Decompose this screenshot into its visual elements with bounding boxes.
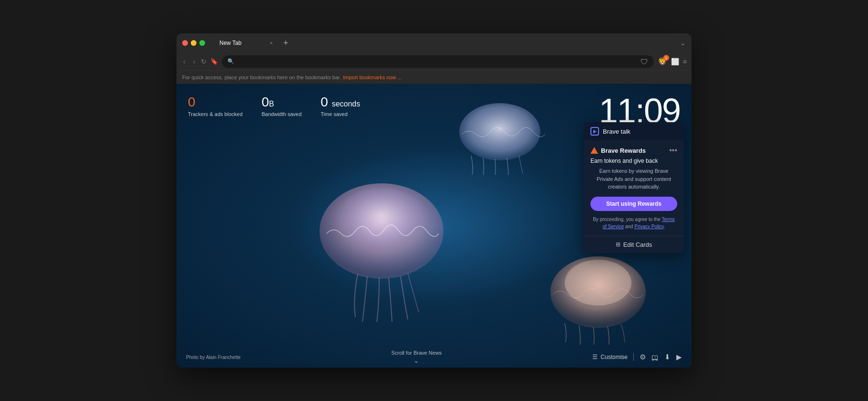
tabs-area: New Tab × +: [213, 36, 676, 50]
photo-credit: Photo by Alain Franchette: [186, 355, 241, 360]
trackers-stat: 0 Trackers & ads blocked: [188, 95, 243, 117]
tab-close-button[interactable]: ×: [270, 40, 273, 46]
brave-rewards-icon-wrap[interactable]: 🦁 1: [658, 57, 667, 66]
start-rewards-button[interactable]: Start using Rewards: [590, 197, 677, 211]
window-chevron-icon: ⌄: [680, 39, 686, 47]
profile-icon[interactable]: ⬜: [671, 58, 679, 65]
video-icon[interactable]: ▶: [676, 353, 682, 361]
tab-label: New Tab: [219, 40, 241, 46]
browser-window: New Tab × + ⌄ ‹ › ↻ 🔖 🔍 🛡 🦁 1 ⬜ ≡: [176, 33, 692, 368]
brave-talk-header: ▶ Brave talk: [584, 122, 684, 140]
brave-talk-icon: ▶: [590, 127, 599, 136]
url-bar[interactable]: 🔍 🛡: [222, 55, 653, 68]
back-button[interactable]: ‹: [181, 57, 187, 66]
rewards-triangle-icon: [590, 147, 598, 154]
time-stat: 0 seconds Time saved: [320, 95, 360, 117]
toolbar-icons: 🦁 1 ⬜ ≡: [658, 57, 687, 66]
bandwidth-label: Bandwidth saved: [262, 111, 302, 117]
notification-badge: 1: [663, 55, 669, 61]
rewards-title: Brave Rewards: [601, 147, 646, 154]
window-controls: ⌄: [680, 39, 686, 47]
stats-bar: 0 Trackers & ads blocked 0B Bandwidth sa…: [188, 95, 360, 117]
search-icon: 🔍: [227, 58, 234, 64]
reload-button[interactable]: ↻: [201, 58, 207, 65]
card-panel: ▶ Brave talk Brave Rewards ••• Earn toke…: [584, 122, 684, 253]
bottom-icons: ☰ Customise ⚙ 🕮 ⬇ ▶: [592, 353, 682, 361]
download-icon[interactable]: ⬇: [664, 353, 671, 361]
brave-talk-title: Brave talk: [603, 128, 630, 135]
bandwidth-value: 0B: [262, 95, 302, 109]
scroll-chevron-icon: ⌄: [413, 357, 419, 364]
trackers-label: Trackers & ads blocked: [188, 111, 243, 117]
footer-text: By proceeding, you agree to the: [593, 217, 661, 222]
time-value: 0 seconds: [320, 95, 360, 109]
bookmarks-bar: For quick access, place your bookmarks h…: [176, 71, 692, 84]
rewards-card: Brave Rewards ••• Earn tokens and give b…: [584, 140, 684, 236]
rewards-description: Earn tokens by viewing Brave Private Ads…: [590, 167, 677, 191]
history-icon[interactable]: 🕮: [651, 353, 659, 361]
rewards-title-wrap: Brave Rewards: [590, 147, 646, 154]
maximize-button[interactable]: [199, 40, 205, 46]
bookmark-button[interactable]: 🔖: [210, 58, 218, 65]
footer-and: and: [625, 224, 633, 229]
brave-shield-icon: 🛡: [641, 58, 648, 65]
edit-cards-label: Edit Cards: [623, 241, 652, 248]
svg-point-2: [459, 103, 540, 160]
new-tab-page: 0 Trackers & ads blocked 0B Bandwidth sa…: [176, 84, 692, 368]
new-tab-button[interactable]: +: [281, 38, 290, 48]
time-label: Time saved: [320, 111, 360, 117]
jellyfish-top-right-image: [452, 98, 548, 175]
customize-icon: ☰: [592, 354, 598, 360]
url-input[interactable]: [237, 58, 637, 65]
scroll-indicator: Scroll for Brave News ⌄: [392, 350, 442, 364]
customize-label: Customise: [600, 354, 628, 360]
svg-point-1: [334, 188, 429, 255]
rewards-more-button[interactable]: •••: [669, 146, 677, 155]
traffic-lights: [182, 40, 205, 46]
close-button[interactable]: [182, 40, 188, 46]
jellyfish-bottom-right-image: [546, 249, 651, 345]
forward-button[interactable]: ›: [191, 57, 197, 66]
menu-icon[interactable]: ≡: [683, 58, 687, 65]
bandwidth-stat: 0B Bandwidth saved: [262, 95, 302, 117]
minimize-button[interactable]: [191, 40, 196, 46]
active-tab[interactable]: New Tab ×: [213, 36, 279, 50]
settings-icon[interactable]: ⚙: [640, 353, 646, 361]
customize-button[interactable]: ☰ Customise: [592, 354, 628, 360]
edit-cards-icon: ⊞: [616, 241, 620, 248]
bottom-divider: [633, 353, 634, 361]
trackers-value: 0: [188, 95, 243, 109]
scroll-label: Scroll for Brave News: [392, 350, 442, 356]
privacy-link[interactable]: Privacy Policy: [634, 224, 664, 229]
jellyfish-main-image: [305, 169, 458, 322]
edit-cards-row[interactable]: ⊞ Edit Cards: [584, 236, 684, 253]
rewards-subtitle: Earn tokens and give back: [590, 158, 677, 164]
bookmarks-bar-text: For quick access, place your bookmarks h…: [182, 74, 341, 80]
rewards-header: Brave Rewards •••: [590, 146, 677, 155]
rewards-footer: By proceeding, you agree to the Terms of…: [590, 216, 677, 230]
address-bar: ‹ › ↻ 🔖 🔍 🛡 🦁 1 ⬜ ≡: [176, 53, 692, 71]
import-bookmarks-link[interactable]: Import bookmarks now ...: [343, 74, 402, 80]
bottom-bar: Photo by Alain Franchette Scroll for Bra…: [176, 347, 692, 368]
svg-point-4: [565, 260, 631, 306]
title-bar: New Tab × + ⌄: [176, 33, 692, 53]
